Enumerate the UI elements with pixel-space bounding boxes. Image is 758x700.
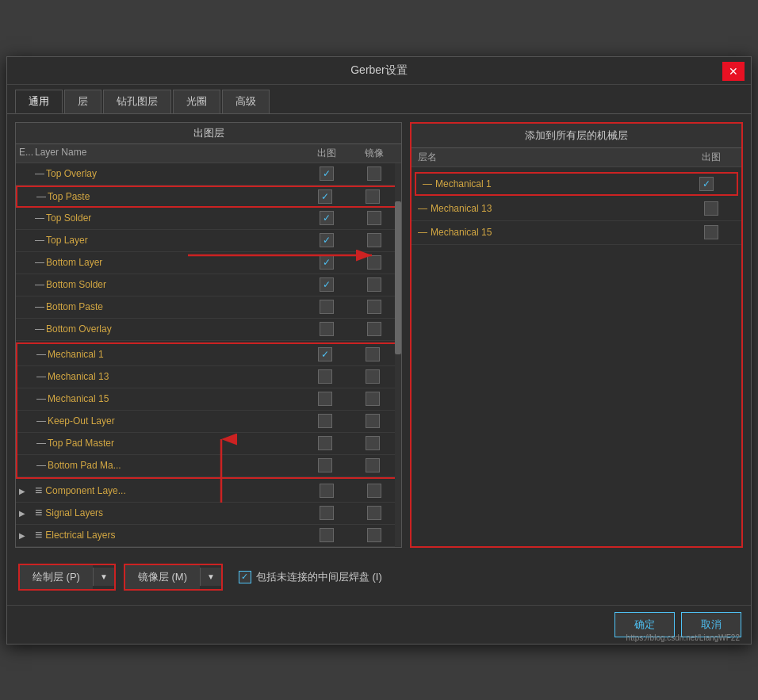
mirror-checkbox-bottom-paste[interactable] [367,300,381,314]
table-row: —Mechanical 15 [17,388,400,411]
mirror-checkbox-bottom-layer[interactable] [367,255,381,270]
plot-checkbox-right-mech13[interactable] [704,201,718,216]
mech-table-header: 层名 出图 [412,148,741,167]
plot-checkbox-mech15[interactable] [318,392,332,406]
plot-checkbox-bottom-paste[interactable] [320,300,334,314]
dialog-title: Gerber设置 [350,63,408,78]
plot-checkbox-signal[interactable] [320,506,334,520]
col-name: Layer Name [35,147,303,160]
col-plot: 出图 [303,147,350,160]
mech-col-plot: 出图 [687,151,735,164]
expand-icon: ▶ [19,487,35,495]
mirror-checkbox-top-pad-master[interactable] [366,436,380,450]
mirror-checkbox-mech1[interactable] [366,347,380,361]
plot-checkbox-comp[interactable] [320,484,334,498]
table-row[interactable]: ▶ ≡Electrical Layers [16,525,401,547]
plot-checkbox-right-mech15[interactable] [704,225,718,239]
close-button[interactable]: ✕ [722,62,745,81]
plot-checkbox-elec[interactable] [320,528,334,542]
mirror-checkbox-bottom-pad-master[interactable] [366,458,380,472]
plot-layers-button[interactable]: 绘制层 (P) [20,565,93,589]
bottom-controls: 绘制层 (P) ▼ 镜像层 (M) ▼ 包括未连接的中间层焊盘 (I) [15,557,743,597]
table-row: —Bottom Pad Ma... [17,455,400,477]
tab-general[interactable]: 通用 [15,90,63,113]
table-row: —Mechanical 1 [17,344,400,366]
plot-layers-button-group: 绘制层 (P) ▼ [18,564,116,591]
plot-layers-dropdown[interactable]: ▼ [93,568,114,586]
expand-icon: ▶ [19,509,35,518]
plot-checkbox-right-mech1[interactable] [699,177,714,191]
table-row: —Mechanical 13 [17,366,400,388]
plot-checkbox-top-solder[interactable] [320,211,334,225]
table-row: —Bottom Paste [16,296,401,319]
table-row: —Keep-Out Layer [17,411,400,433]
title-bar: Gerber设置 ✕ [7,57,751,85]
mirror-layers-button[interactable]: 镜像层 (M) [125,565,200,589]
plot-checkbox-keepout[interactable] [318,414,332,428]
tab-advanced[interactable]: 高级 [222,90,270,113]
plot-checkbox-top-paste[interactable] [318,189,332,204]
dialog-footer: 确定 取消 https://blog.csdn.net/LiangWF22 [7,605,751,644]
include-unconnected-label: 包括未连接的中间层焊盘 (I) [239,570,382,584]
plot-checkbox-top-layer[interactable] [320,233,334,247]
mirror-checkbox-bottom-solder[interactable] [367,277,381,292]
scroll-thumb[interactable] [395,201,401,355]
plot-checkbox-mech13[interactable] [318,369,332,384]
mirror-layers-button-group: 镜像层 (M) ▼ [124,564,223,591]
col-mirror: 镜像 [350,147,398,160]
mirror-checkbox-keepout[interactable] [366,414,380,428]
table-row: —Top Paste [16,186,401,208]
plot-checkbox-bottom-solder[interactable] [320,277,334,292]
right-panel-header: 添加到所有层的机械层 [412,124,741,148]
tab-drill-layers[interactable]: 钻孔图层 [103,90,171,113]
gerber-settings-dialog: Gerber设置 ✕ 通用 层 钻孔图层 光圈 高级 出图层 E... Laye… [6,56,752,645]
table-row: —Top Layer [16,230,401,252]
table-row[interactable]: ▶ ≡Component Laye... [16,480,401,503]
left-panel: 出图层 E... Layer Name 出图 镜像 —Top Overlay [15,122,402,548]
left-panel-header: 出图层 [16,123,401,144]
mirror-checkbox-top-layer[interactable] [367,233,381,247]
plot-checkbox-top-pad-master[interactable] [318,436,332,450]
plot-checkbox-top-overlay[interactable] [320,166,334,181]
tabs-container: 通用 层 钻孔图层 光圈 高级 [7,85,751,114]
layer-list: —Top Overlay —Top Paste —Top [16,163,401,547]
layer-table-header: E... Layer Name 出图 镜像 [16,144,401,163]
plot-checkbox-bottom-layer[interactable] [320,255,334,270]
right-panel: 添加到所有层的机械层 层名 出图 —Mechanical 1 —Mechanic… [410,122,743,548]
tab-layers[interactable]: 层 [64,90,101,113]
table-row: —Bottom Layer [16,252,401,274]
table-row: —Top Overlay [16,163,401,186]
table-row: —Top Pad Master [17,433,400,455]
expand-icon: ▶ [19,531,35,540]
layer-scroll-container: —Top Overlay —Top Paste —Top [16,163,401,547]
mirror-checkbox-comp[interactable] [367,484,381,498]
tab-aperture[interactable]: 光圈 [173,90,220,113]
mirror-checkbox-mech15[interactable] [366,392,380,406]
plot-checkbox-bottom-overlay[interactable] [320,322,334,336]
mirror-checkbox-top-overlay[interactable] [367,166,381,181]
mirror-checkbox-mech13[interactable] [366,369,380,384]
table-row[interactable]: ▶ ≡Signal Layers [16,503,401,525]
mirror-checkbox-top-paste[interactable] [366,189,380,204]
plot-checkbox-bottom-pad-master[interactable] [318,458,332,472]
content-area: 出图层 E... Layer Name 出图 镜像 —Top Overlay [7,114,751,605]
footer-note: https://blog.csdn.net/LiangWF22 [626,633,740,642]
mech-col-name: 层名 [418,151,687,164]
table-row: —Bottom Overlay [16,319,401,341]
table-row: —Bottom Solder [16,274,401,296]
panels-wrapper: 出图层 E... Layer Name 出图 镜像 —Top Overlay [15,122,743,548]
mirror-checkbox-elec[interactable] [367,528,381,542]
mech-list: —Mechanical 1 —Mechanical 13 —Mechanical… [412,167,741,546]
mirror-checkbox-signal[interactable] [367,506,381,520]
mirror-checkbox-bottom-overlay[interactable] [367,322,381,336]
scrollbar[interactable] [395,163,401,547]
list-item: —Mechanical 1 [415,172,738,196]
include-unconnected-checkbox[interactable] [239,571,251,583]
col-e: E... [19,147,35,160]
mirror-layers-dropdown[interactable]: ▼ [200,568,221,586]
list-item: —Mechanical 13 [412,197,741,221]
table-row: —Top Solder [16,208,401,230]
list-item: —Mechanical 15 [412,221,741,245]
plot-checkbox-mech1[interactable] [318,347,332,361]
mirror-checkbox-top-solder[interactable] [367,211,381,225]
